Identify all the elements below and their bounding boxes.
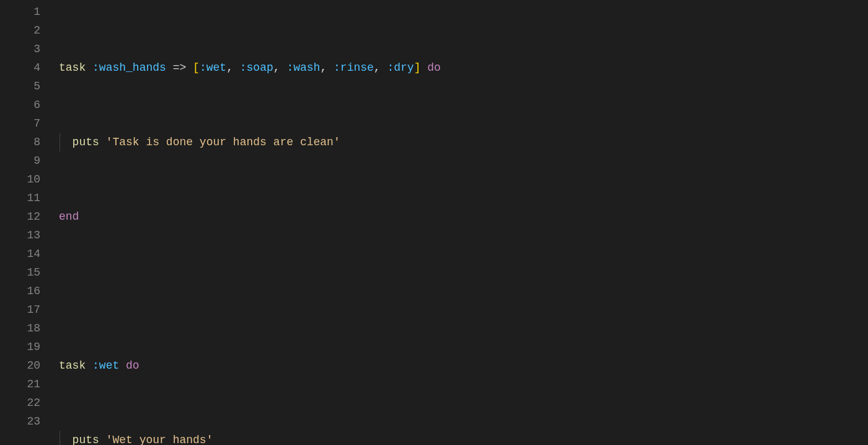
symbol: :wash_hands (92, 61, 166, 74)
code-area[interactable]: task :wash_hands => [:wet, :soap, :wash,… (59, 2, 868, 445)
code-line[interactable]: end (59, 207, 868, 226)
line-number: 16 (0, 282, 40, 300)
symbol: :rinse (334, 61, 374, 74)
line-number: 7 (0, 114, 40, 133)
line-number: 11 (0, 189, 40, 207)
method-puts: puts (73, 136, 99, 148)
line-number: 10 (0, 170, 40, 189)
line-number: 3 (0, 40, 40, 58)
keyword-do: do (427, 61, 441, 74)
symbol: :wet (92, 359, 119, 372)
line-number: 14 (0, 245, 40, 263)
symbol: :soap (240, 61, 273, 74)
keyword-end: end (59, 210, 79, 223)
line-number: 5 (0, 77, 40, 96)
line-number: 17 (0, 300, 40, 319)
string-literal: 'Wet your hands' (106, 434, 213, 445)
symbol: :wash (286, 61, 320, 74)
bracket-close: ] (414, 61, 421, 74)
line-number: 21 (0, 375, 40, 393)
hashrocket: => (173, 61, 187, 74)
code-editor[interactable]: 1 2 3 4 5 6 7 8 9 10 11 12 13 14 15 16 1… (0, 0, 868, 445)
method-task: task (59, 61, 86, 74)
line-number: 23 (0, 412, 40, 431)
line-number-gutter: 1 2 3 4 5 6 7 8 9 10 11 12 13 14 15 16 1… (0, 2, 59, 445)
line-number: 22 (0, 393, 40, 412)
line-number: 13 (0, 226, 40, 245)
line-number: 2 (0, 21, 40, 40)
line-number: 18 (0, 319, 40, 338)
code-line[interactable]: task :wet do (59, 356, 868, 375)
keyword-do: do (126, 359, 140, 372)
line-number: 15 (0, 263, 40, 282)
symbol: :dry (387, 61, 414, 74)
string-literal: 'Task is done your hands are clean' (106, 136, 340, 148)
line-number: 12 (0, 207, 40, 226)
code-line[interactable]: task :wash_hands => [:wet, :soap, :wash,… (59, 58, 868, 77)
bracket-open: [ (193, 61, 200, 74)
code-line[interactable] (59, 282, 868, 300)
line-number: 8 (0, 133, 40, 151)
code-line[interactable]: puts 'Wet your hands' (59, 431, 868, 445)
method-puts: puts (73, 434, 99, 445)
line-number: 6 (0, 96, 40, 114)
code-line[interactable]: puts 'Task is done your hands are clean' (59, 133, 868, 151)
line-number: 1 (0, 2, 40, 21)
symbol: :wet (200, 61, 226, 74)
line-number: 9 (0, 151, 40, 170)
method-task: task (59, 359, 86, 372)
line-number: 19 (0, 338, 40, 356)
line-number: 20 (0, 356, 40, 375)
line-number: 4 (0, 58, 40, 77)
